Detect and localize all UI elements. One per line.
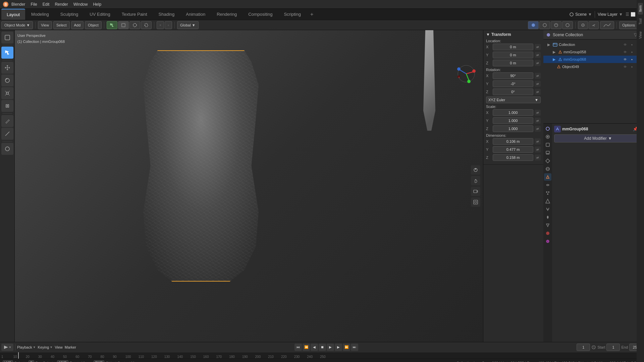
gizmo-widget[interactable]: -X: [456, 64, 476, 84]
mmgroup058-selectable[interactable]: ●: [629, 49, 635, 55]
scene-selector[interactable]: Scene ▼: [569, 12, 592, 17]
tab-uv-editing[interactable]: UV Editing: [84, 9, 115, 20]
shading-solid[interactable]: [528, 21, 539, 29]
scale-x-field[interactable]: 1.000: [493, 109, 533, 116]
menu-render[interactable]: Render: [52, 1, 70, 7]
shading-rendered[interactable]: [551, 21, 561, 29]
loc-z-field[interactable]: 0 m: [493, 60, 533, 66]
mmgroup058-visible[interactable]: 👁: [623, 49, 628, 55]
loc-y-copy[interactable]: ⇌: [535, 52, 541, 58]
app-logo[interactable]: B: [1, 0, 10, 9]
loc-z-copy[interactable]: ⇌: [535, 60, 541, 66]
current-frame-field[interactable]: 1: [577, 344, 590, 351]
mmgroup068-visible[interactable]: 👁: [623, 57, 628, 62]
scale-z-field[interactable]: 1.000: [493, 125, 533, 132]
prop-icon-particles[interactable]: [544, 189, 551, 197]
start-frame-field[interactable]: 1: [606, 344, 620, 351]
object049-visible[interactable]: 👁: [623, 64, 628, 69]
mmgroup068-selectable[interactable]: ●: [629, 57, 635, 62]
playback-menu[interactable]: ▼: [1, 344, 13, 351]
tab-layout[interactable]: Layout: [1, 9, 25, 20]
overlay-btn[interactable]: [578, 21, 588, 29]
viewport-maximize-icon[interactable]: ⬜: [631, 12, 636, 17]
viewport-curve[interactable]: [600, 21, 614, 29]
viewport-camera-btn[interactable]: [471, 187, 480, 196]
dim-z-copy[interactable]: ⇌: [535, 155, 541, 161]
select-lasso-tool[interactable]: [141, 21, 152, 29]
dim-x-field[interactable]: 0.106 m: [493, 138, 533, 145]
outliner-item-collection[interactable]: ▶ Collection 👁 ● ◉: [543, 41, 644, 48]
tab-compositing[interactable]: Compositing: [243, 9, 278, 20]
prop-icon-physics[interactable]: [544, 197, 551, 205]
loc-x-field[interactable]: 0 m: [493, 44, 533, 50]
tab-shading[interactable]: Shading: [153, 9, 180, 20]
view-menu[interactable]: View: [38, 21, 52, 29]
prop-icon-shading[interactable]: [544, 214, 551, 221]
prop-icon-viewlayer[interactable]: [544, 149, 551, 157]
cursor-tool[interactable]: [107, 21, 117, 29]
viewport-overlay-btn[interactable]: [471, 165, 480, 175]
mode-selector[interactable]: Object Mode ▼: [1, 21, 33, 29]
scale-z-copy[interactable]: ⇌: [535, 126, 541, 132]
tab-rendering[interactable]: Rendering: [211, 9, 242, 20]
rot-y-copy[interactable]: ⇌: [535, 81, 541, 87]
add-modifier-button[interactable]: Add Modifier ▼: [554, 134, 642, 142]
shading-eevee[interactable]: [562, 21, 573, 29]
tab-sculpting[interactable]: Sculpting: [55, 9, 84, 20]
empty-add-tool[interactable]: [1, 143, 13, 155]
rot-y-field[interactable]: -0°: [493, 80, 533, 87]
rotate-tool[interactable]: [1, 74, 13, 86]
rot-z-field[interactable]: 0°: [493, 88, 533, 95]
menu-help[interactable]: Help: [90, 1, 104, 7]
rot-z-copy[interactable]: ⇌: [535, 89, 541, 95]
playhead[interactable]: [18, 352, 19, 359]
collection-visible[interactable]: 👁: [623, 42, 628, 47]
object-menu[interactable]: Object: [85, 21, 102, 29]
select-menu[interactable]: Select: [53, 21, 70, 29]
tab-add[interactable]: +: [307, 9, 317, 20]
prop-icon-constraints[interactable]: [544, 181, 551, 189]
marker-dropdown[interactable]: Marker: [65, 345, 76, 349]
mode-icon[interactable]: [1, 32, 13, 44]
annotate-tool[interactable]: [1, 115, 13, 127]
jump-start-btn[interactable]: ⏮: [294, 344, 302, 351]
scale-tool[interactable]: [1, 87, 13, 99]
play-btn[interactable]: ▶: [327, 344, 334, 351]
loc-y-field[interactable]: 0 m: [493, 52, 533, 58]
transform-tool[interactable]: [1, 100, 13, 112]
next-keyframe-btn[interactable]: ▶: [335, 344, 342, 351]
gizmo-btn[interactable]: [589, 21, 599, 29]
select-box-tool[interactable]: [118, 21, 129, 29]
outliner-item-mmgroup068[interactable]: ▶ mmGroup068 👁 ● ◉: [543, 56, 644, 63]
rotation-mode-dropdown[interactable]: XYZ Euler ▼: [486, 97, 541, 103]
prop-icon-output[interactable]: [544, 141, 551, 148]
loc-x-copy[interactable]: ⇌: [535, 44, 541, 50]
prop-icon-material[interactable]: [544, 230, 551, 237]
object049-selectable[interactable]: ●: [629, 64, 635, 69]
prop-icon-modifiers[interactable]: [544, 205, 551, 213]
prop-icon-render[interactable]: [544, 133, 551, 140]
scale-y-copy[interactable]: ⇌: [535, 118, 541, 124]
tab-modeling[interactable]: Modeling: [26, 9, 54, 20]
keying-dropdown[interactable]: Keying ▼: [38, 345, 53, 349]
add-menu[interactable]: Add: [71, 21, 84, 29]
collection-selectable[interactable]: ●: [629, 42, 635, 47]
prop-icon-world[interactable]: [544, 165, 551, 173]
tab-texture-paint[interactable]: Texture Paint: [116, 9, 153, 20]
tab-animation[interactable]: Animation: [180, 9, 211, 20]
dim-z-field[interactable]: 0.158 m: [493, 154, 533, 161]
snap-toggle[interactable]: [165, 21, 172, 29]
select-tool[interactable]: [1, 47, 13, 59]
step-back-btn[interactable]: ⏪: [303, 344, 310, 351]
prev-keyframe-btn[interactable]: ◀: [311, 344, 318, 351]
move-tool[interactable]: [1, 62, 13, 74]
jump-end-btn[interactable]: ⏭: [351, 344, 358, 351]
menu-edit[interactable]: Edit: [40, 1, 52, 7]
prop-icon-scene[interactable]: [544, 125, 551, 132]
engine-icon[interactable]: ☰: [626, 12, 629, 17]
rot-x-field[interactable]: 90°: [493, 72, 533, 79]
prop-icon-object[interactable]: [544, 173, 551, 181]
menu-file[interactable]: File: [28, 1, 40, 7]
proportional-editing[interactable]: [157, 21, 164, 29]
stop-btn[interactable]: ⏹: [319, 344, 326, 351]
